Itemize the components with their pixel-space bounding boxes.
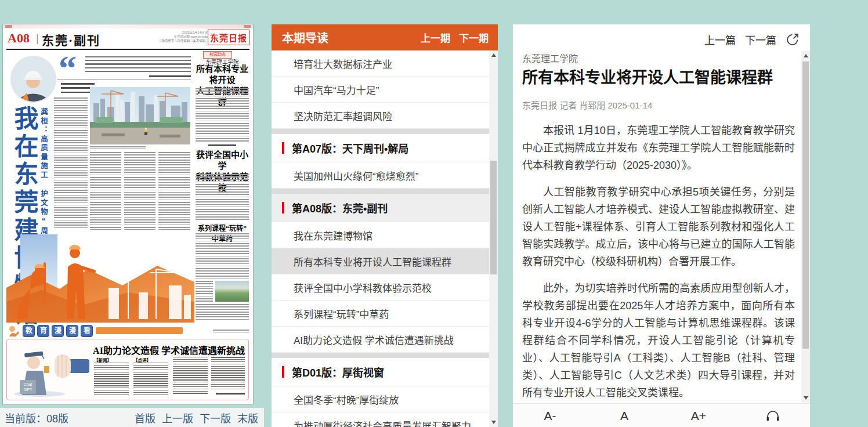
header-rule: [6, 49, 249, 50]
simulated-text-block: [133, 363, 168, 395]
toc-gap: [272, 353, 489, 358]
toc-scrollbar[interactable]: [489, 50, 498, 427]
simulated-text-block: [149, 75, 191, 78]
simulated-text-block: [196, 304, 249, 320]
badge-char: 看: [81, 325, 93, 337]
toc-section-header[interactable]: 第D01版：厚街视窗: [272, 358, 489, 386]
construction-photo: [90, 87, 190, 144]
toc-item[interactable]: 美国加州山火缘何“愈烧愈烈”: [272, 162, 489, 189]
toc-item[interactable]: 为推动厚街经济社会高质量发展汇智聚力: [272, 412, 489, 427]
top-strip-mark: [244, 25, 251, 28]
top-strip-mark: [5, 25, 12, 28]
next-issue-link[interactable]: 下一期: [459, 30, 489, 45]
simulated-text-block: [85, 56, 191, 74]
first-page-link[interactable]: 首版: [135, 410, 155, 425]
toc-list: 培育壮大数据标注产业中国汽车“马力十足”坚决防范汇率超调风险第A07版：天下周刊…: [272, 50, 489, 427]
toc-item[interactable]: AI助力论文造假 学术诚信遭遇新挑战: [272, 327, 489, 353]
article-scrollbar[interactable]: [801, 51, 810, 403]
simulated-text-block: [94, 363, 129, 395]
badge-char: 漫: [52, 325, 64, 337]
simulated-text-block: [173, 357, 208, 395]
page-top-strip: [3, 24, 253, 28]
scroll-down-icon[interactable]: [801, 393, 810, 403]
article-byline: 东莞日报 记者 肖郅朋 2025-01-14: [522, 99, 652, 111]
headphones-icon: [765, 409, 780, 422]
badge-icon: [8, 325, 20, 336]
cartoon-article[interactable]: AI助力论文造假 学术诚信遭遇新挑战 Chat GPT 【新闻】 【点评】: [6, 339, 249, 400]
prev-article-link[interactable]: 上一篇: [704, 32, 736, 47]
share-icon[interactable]: [786, 32, 800, 46]
prev-issue-link[interactable]: 上一期: [421, 30, 450, 45]
paper-meta: 2025年1月14日 星期二 东莞时间网 www.timedg.com □版面统…: [160, 31, 215, 43]
label: 第D01版：厚街视窗: [292, 364, 384, 379]
toc-section-header[interactable]: 第A08版：东莞•副刊: [272, 194, 489, 222]
cartoon-headline: AI助力论文造假 学术诚信遭遇新挑战: [92, 343, 246, 357]
badge-char: 育: [37, 325, 49, 337]
article-title: 所有本科专业将开设人工智能课程群: [522, 65, 773, 88]
svg-text:Chat: Chat: [24, 382, 32, 386]
red-bar: [282, 142, 284, 154]
cartoon-illustration: Chat GPT: [10, 344, 89, 397]
red-bar: [282, 366, 284, 378]
simulated-text-block: [196, 174, 249, 220]
listen-button[interactable]: [736, 404, 810, 427]
label: 全国冬季“村晚”厚街绽放: [294, 392, 399, 407]
toc-item[interactable]: 我在东莞建博物馆: [272, 222, 489, 248]
site-line: 东莞时间网 www.timedg.com: [160, 35, 215, 39]
label: 获评全国中小学科教体验示范校: [294, 280, 432, 295]
toc-item[interactable]: 所有本科专业将开设人工智能课程群: [272, 248, 489, 274]
date-line: 2025年1月14日 星期二: [160, 31, 215, 35]
toc-gap: [272, 129, 489, 134]
toc-item[interactable]: 中国汽车“马力十足”: [272, 77, 489, 103]
field-photo: [215, 281, 249, 302]
header-separator: |: [36, 32, 39, 45]
article-scrollbar-thumb[interactable]: [802, 61, 809, 349]
scroll-up-icon[interactable]: [489, 50, 498, 60]
toc-scrollbar-thumb[interactable]: [490, 161, 497, 274]
quote-rule: [57, 79, 191, 80]
red-bar: [282, 202, 284, 214]
label: 第A07版：天下周刊•解局: [292, 140, 408, 155]
label: 为推动厚街经济社会高质量发展汇智聚力: [294, 418, 471, 427]
simulated-text-block: [196, 233, 249, 278]
next-article-link[interactable]: 下一篇: [745, 32, 776, 47]
font-smaller-button[interactable]: A-: [513, 404, 587, 427]
simulated-text-block: [196, 281, 213, 302]
simulated-text-block: [54, 97, 88, 230]
toc-section-header[interactable]: 第A07版：天下周刊•解局: [272, 134, 489, 162]
font-larger-button[interactable]: A+: [661, 404, 736, 427]
cartoon-credit: [216, 393, 245, 395]
newspaper-page-preview[interactable]: A08 | 东莞·副刊 2025年1月14日 星期二 东莞时间网 www.tim…: [3, 24, 253, 404]
badge-char: 漫: [66, 325, 78, 337]
last-page-link[interactable]: 末版: [237, 410, 258, 425]
article-paragraph: 此外，为切实培养时代所需的高素质应用型创新人才，学校教务部提出要在2025年人才…: [522, 280, 795, 400]
newspaper-masthead: 东莞日报: [208, 30, 249, 45]
toc-item[interactable]: 坚决防范汇率超调风险: [272, 103, 489, 129]
staff-line: □版面统筹 □责任编辑 □美术编辑 □校对: [160, 39, 215, 43]
toc-item[interactable]: 全国冬季“村晚”厚街绽放: [272, 386, 489, 412]
svg-text:GPT: GPT: [24, 388, 32, 392]
scroll-down-icon[interactable]: [489, 418, 498, 427]
label: 我在东莞建博物馆: [294, 228, 372, 243]
scroll-up-icon[interactable]: [801, 51, 810, 60]
issue-nav: 上一期 下一期: [421, 30, 489, 45]
article-paragraph: 人工智能教育教学研究中心承担5项关键任务，分别是创新人工智能人才培养模式、建设人…: [522, 183, 795, 270]
simulated-text-block: [90, 152, 121, 230]
font-default-button[interactable]: A: [587, 404, 661, 427]
label: 第A08版：东莞•副刊: [292, 200, 388, 215]
toc-panel: 本期导读 上一期 下一期 培育壮大数据标注产业中国汽车“马力十足”坚决防范汇率超…: [272, 24, 498, 427]
next-page-link[interactable]: 下一版: [200, 410, 231, 425]
badge-underline-bar: [96, 327, 183, 334]
toc-item[interactable]: 系列课程“玩转”中草药: [272, 301, 489, 327]
toc-item[interactable]: 培育壮大数据标注产业: [272, 50, 489, 77]
prev-page-link[interactable]: 上一版: [162, 410, 193, 425]
simulated-text-block: [196, 88, 249, 143]
epaper-reader: A08 | 东莞·副刊 2025年1月14日 星期二 东莞时间网 www.tim…: [0, 0, 868, 427]
page-number-label: A08: [8, 31, 30, 46]
simulated-text-block: [211, 357, 245, 390]
current-page-label: 当前版：08版: [5, 410, 68, 425]
edition-title: 东莞·副刊: [42, 31, 100, 48]
label: 美国加州山火缘何“愈烧愈烈”: [294, 168, 418, 183]
toc-item[interactable]: 获评全国中小学科教体验示范校: [272, 274, 489, 301]
toc-header: 本期导读 上一期 下一期: [272, 24, 498, 50]
